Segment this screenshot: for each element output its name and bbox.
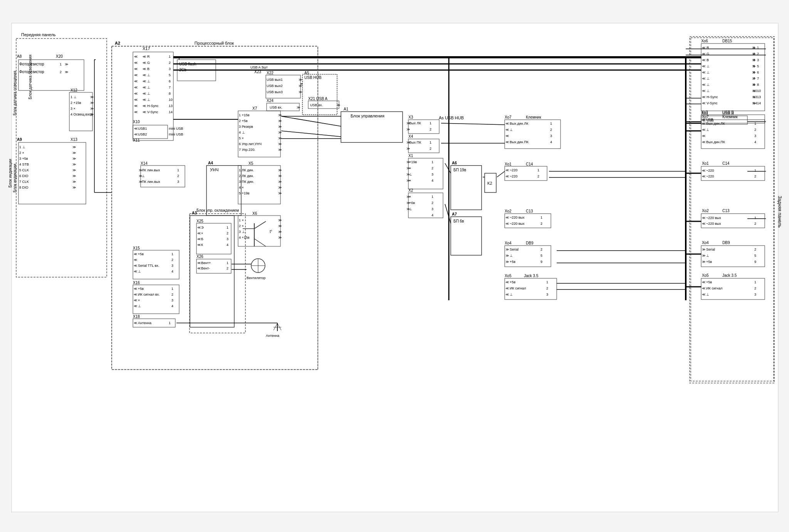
svg-text:≪: ≪ [143, 73, 146, 77]
svg-text:9: 9 [541, 260, 542, 264]
svg-text:≫: ≫ [297, 105, 300, 109]
svg-text:1: 1 [757, 46, 759, 50]
svg-text:1: 1 [546, 280, 548, 284]
svg-text:≪: ≪ [134, 61, 138, 65]
svg-text:8  DIO: 8 DIO [19, 186, 29, 189]
svg-text:K2: K2 [487, 181, 492, 186]
svg-text:≫: ≫ [278, 168, 282, 172]
svg-text:≪: ≪ [134, 79, 138, 83]
svg-text:Передняя панель: Передняя панель [21, 32, 56, 37]
svg-text:≪: ≪ [143, 79, 146, 83]
svg-text:≪: ≪ [505, 222, 509, 226]
svg-text:⊥: ⊥ [138, 304, 141, 308]
svg-text:4: 4 [754, 140, 756, 144]
svg-text:≫: ≫ [505, 248, 509, 251]
svg-text:Блок индикации: Блок индикации [13, 164, 17, 192]
svg-text:⊥: ⊥ [147, 85, 150, 89]
svg-text:≪: ≪ [134, 55, 138, 59]
svg-text:~220: ~220 [510, 174, 517, 178]
svg-text:≫: ≫ [752, 58, 755, 62]
svg-text:2  +5в: 2 +5в [239, 119, 248, 123]
svg-text:X12: X12 [71, 88, 77, 92]
svg-text:≫: ≫ [505, 260, 509, 264]
svg-text:1: 1 [754, 216, 756, 220]
svg-text:≪: ≪ [134, 258, 137, 262]
svg-text:⊥: ⊥ [147, 73, 150, 77]
svg-text:~220 вых: ~220 вых [706, 216, 721, 220]
svg-text:Jack 3.5: Jack 3.5 [524, 274, 539, 278]
svg-text:≪: ≪ [505, 128, 509, 132]
svg-text:≫: ≫ [278, 186, 282, 189]
svg-text:≫: ≫ [72, 174, 76, 178]
svg-text:Процессорный блок: Процессорный блок [195, 41, 234, 45]
svg-text:2: 2 [537, 174, 539, 178]
svg-text:4: 4 [171, 304, 173, 308]
svg-text:⊥: ⊥ [706, 254, 709, 258]
svg-text:H-Sync: H-Sync [707, 95, 718, 99]
svg-text:Вых ЛК: Вых ЛК [409, 121, 421, 125]
svg-text:≫: ≫ [278, 236, 282, 239]
svg-text:3: 3 [169, 67, 171, 71]
svg-text:Вых.дин.ПК: Вых.дин.ПК [706, 140, 725, 144]
svg-text:2: 2 [430, 147, 431, 151]
svg-text:⊥: ⊥ [707, 70, 710, 74]
svg-text:As USB HUB: As USB HUB [439, 115, 464, 120]
svg-text:B: B [707, 58, 709, 62]
svg-text:≫: ≫ [752, 95, 755, 99]
svg-text:≫: ≫ [278, 174, 282, 178]
svg-text:1: 1 [431, 160, 433, 164]
svg-text:К: К [201, 243, 203, 247]
svg-text:X5: X5 [248, 161, 253, 166]
svg-text:USB HUB: USB HUB [304, 75, 322, 80]
svg-text:~220 вых: ~220 вых [510, 222, 525, 226]
svg-text:1  ⊥: 1 ⊥ [71, 95, 77, 99]
svg-text:≪: ≪ [702, 101, 705, 105]
svg-text:⊥: ⊥ [138, 269, 141, 273]
svg-text:~220: ~220 [706, 169, 714, 172]
svg-text:6  DIO: 6 DIO [19, 174, 29, 178]
svg-text:X26: X26 [196, 254, 203, 259]
svg-text:1: 1 [430, 121, 431, 125]
svg-text:≫: ≫ [505, 254, 509, 258]
svg-text:10: 10 [757, 89, 761, 93]
svg-text:6: 6 [757, 70, 759, 74]
svg-text:Хо7: Хо7 [505, 115, 512, 119]
svg-text:≪: ≪ [702, 216, 705, 220]
svg-text:7  Упр.220.: 7 Упр.220. [239, 148, 255, 152]
svg-text:A7: A7 [452, 212, 457, 216]
svg-text:≫: ≫ [702, 248, 705, 251]
svg-text:+5в: +5в [706, 260, 712, 264]
svg-text:DB9: DB9 [722, 241, 730, 245]
svg-text:1  ЛК дин.: 1 ЛК дин. [239, 168, 254, 172]
svg-text:Клемник: Клемник [526, 115, 541, 119]
svg-text:Блок управления: Блок управления [351, 114, 384, 118]
svg-text:С13: С13 [722, 209, 730, 213]
svg-text:5: 5 [169, 73, 171, 77]
svg-text:t°: t° [270, 229, 272, 234]
svg-text:2  +15в: 2 +15в [71, 101, 81, 105]
svg-text:3  ПК дин.: 3 ПК дин. [239, 180, 254, 184]
svg-text:3: 3 [754, 134, 756, 138]
svg-text:≪: ≪ [134, 269, 137, 273]
svg-text:≪: ≪ [505, 140, 509, 144]
svg-text:2: 2 [754, 248, 756, 251]
svg-text:DB15: DB15 [722, 39, 732, 43]
svg-text:Хо1: Хо1 [702, 161, 709, 166]
svg-text:≫: ≫ [752, 52, 755, 56]
svg-text:~220 вых: ~220 вых [706, 222, 721, 226]
svg-text:≪: ≪ [702, 95, 705, 99]
svg-text:⊥: ⊥ [147, 92, 150, 95]
svg-text:≫: ≫ [299, 84, 302, 88]
svg-text:A2: A2 [115, 41, 120, 45]
svg-text:≫: ≫ [90, 107, 94, 110]
svg-text:≫: ≫ [278, 113, 282, 117]
svg-text:≪: ≪ [134, 127, 138, 130]
svg-text:Вент-: Вент- [201, 266, 210, 270]
svg-text:1: 1 [430, 141, 431, 144]
svg-text:5: 5 [541, 254, 542, 258]
svg-text:Serial: Serial [706, 248, 715, 251]
svg-text:G: G [147, 61, 150, 65]
svg-text:≪: ≪ [505, 280, 509, 284]
svg-text:X2: X2 [408, 188, 413, 192]
svg-text:≪: ≪ [702, 280, 705, 284]
